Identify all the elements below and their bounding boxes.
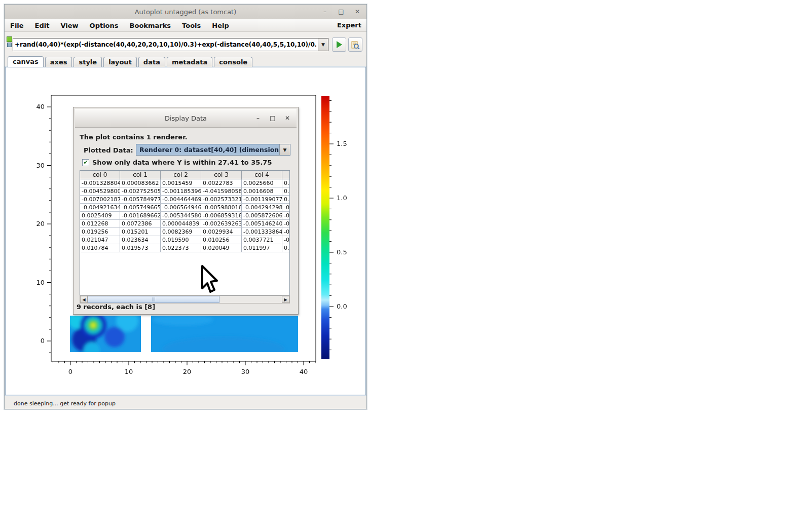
tab-layout[interactable]: layout — [103, 57, 137, 67]
dialog-close-icon[interactable]: ✕ — [284, 115, 290, 122]
table-cell[interactable]: -0.0 — [282, 212, 290, 220]
table-cell[interactable]: 0.00 — [282, 179, 290, 187]
table-cell[interactable]: -0.0 — [282, 228, 290, 236]
table-cell[interactable]: -0.001333864... — [242, 228, 282, 236]
menu-file[interactable]: File — [5, 22, 29, 29]
filter-checkbox[interactable]: ✔ — [82, 159, 89, 166]
table-cell[interactable]: 0.000083662 — [120, 179, 161, 187]
table-row[interactable]: -0.004529800...-0.002752505...-0.0011853… — [80, 187, 290, 196]
table-cell[interactable]: 0.00 — [282, 196, 290, 204]
dialog-titlebar[interactable]: Display Data – □ ✕ — [75, 109, 297, 128]
table-cell[interactable]: -0.0 — [282, 220, 290, 228]
table-cell[interactable]: -0.004529800... — [80, 187, 120, 196]
expert-menu[interactable]: Expert — [337, 21, 361, 29]
table-cell[interactable]: -0.0 — [282, 236, 290, 244]
table-cell[interactable]: -0.001689662... — [120, 212, 161, 220]
table-row[interactable]: -0.001328804...0.0000836620.00154590.002… — [80, 179, 290, 187]
menu-bookmarks[interactable]: Bookmarks — [124, 22, 177, 29]
column-header[interactable]: col 1 — [120, 171, 161, 179]
table-row[interactable]: 0.0210470.0236340.0195900.0102560.003772… — [80, 236, 290, 244]
table-cell[interactable]: -0.005749665... — [120, 204, 161, 212]
dialog-maximize-icon[interactable]: □ — [270, 115, 276, 122]
close-icon[interactable]: ✕ — [353, 8, 361, 15]
renderer-select[interactable]: Renderer 0: dataset[40,40] (dimension...… — [136, 144, 290, 156]
table-cell[interactable]: 0.022373 — [161, 244, 201, 252]
tab-metadata[interactable]: metadata — [167, 57, 212, 67]
table-cell[interactable]: 0.0025660 — [242, 179, 282, 187]
scroll-right-icon[interactable]: ▶ — [282, 296, 289, 303]
table-cell[interactable]: -0.0 — [282, 204, 290, 212]
table-cell[interactable]: 0.000044839 — [161, 220, 201, 228]
table-cell[interactable]: 0.019256 — [80, 228, 120, 236]
table-cell[interactable]: 0.0015459 — [161, 179, 201, 187]
table-cell[interactable]: 0.0072386 — [120, 220, 161, 228]
tab-axes[interactable]: axes — [45, 57, 72, 67]
table-cell[interactable]: -0.001328804... — [80, 179, 120, 187]
maximize-icon[interactable]: □ — [337, 8, 345, 15]
table-cell[interactable]: 0.0037721 — [242, 236, 282, 244]
table-cell[interactable]: -0.004294298... — [242, 204, 282, 212]
uri-input[interactable] — [13, 39, 318, 51]
table-cell[interactable]: 0.0082369 — [161, 228, 201, 236]
table-cell[interactable]: -0.005872606... — [242, 212, 282, 220]
table-cell[interactable]: 0.0016608 — [242, 187, 282, 196]
table-cell[interactable]: -0.001199077... — [242, 196, 282, 204]
table-cell[interactable]: 0.0025409 — [80, 212, 120, 220]
horizontal-scrollbar[interactable]: ◀ ▶ — [80, 295, 290, 303]
table-cell[interactable]: 0.00 — [282, 187, 290, 196]
table-cell[interactable]: 0.011997 — [242, 244, 282, 252]
table-cell[interactable]: 0.019590 — [161, 236, 201, 244]
column-header[interactable]: col 2 — [161, 171, 201, 179]
tab-style[interactable]: style — [73, 57, 102, 67]
table-row[interactable]: 0.0122680.00723860.000044839-0.002639263… — [80, 220, 290, 228]
table-cell[interactable]: 0.023634 — [120, 236, 161, 244]
tab-data[interactable]: data — [138, 57, 165, 67]
go-button[interactable] — [332, 37, 346, 52]
column-header[interactable]: col 0 — [80, 171, 120, 179]
table-cell[interactable]: 0.019573 — [120, 244, 161, 252]
tab-canvas[interactable]: canvas — [8, 56, 44, 67]
table-cell[interactable]: -0.005344580... — [161, 212, 201, 220]
column-header[interactable]: col 3 — [201, 171, 242, 179]
table-cell[interactable]: 0.0029934 — [201, 228, 242, 236]
table-row[interactable]: -0.007002187...-0.005784977...-0.0044644… — [80, 196, 290, 204]
table-row[interactable]: -0.004921634...-0.005749665...-0.0065649… — [80, 204, 290, 212]
menu-help[interactable]: Help — [206, 22, 234, 29]
table-cell[interactable]: 0.021047 — [80, 236, 120, 244]
table-cell[interactable]: -0.002573321... — [201, 196, 242, 204]
data-table-scrollpane[interactable]: col 0col 1col 2col 3col 4 -0.001328804..… — [80, 170, 290, 295]
menu-view[interactable]: View — [55, 22, 84, 29]
table-row[interactable]: 0.0192560.0152010.00823690.0029934-0.001… — [80, 228, 290, 236]
table-cell[interactable]: 0.010256 — [201, 236, 242, 244]
table-cell[interactable]: -0.004921634... — [80, 204, 120, 212]
scrollbar-track[interactable] — [88, 296, 282, 303]
minimize-icon[interactable]: – — [321, 8, 329, 15]
table-cell[interactable]: -4.041598058... — [201, 187, 242, 196]
table-cell[interactable]: 0.020049 — [201, 244, 242, 252]
menu-options[interactable]: Options — [84, 22, 124, 29]
table-cell[interactable]: 0.015201 — [120, 228, 161, 236]
uri-dropdown-icon[interactable]: ▼ — [318, 39, 328, 51]
menu-tools[interactable]: Tools — [176, 22, 206, 29]
table-cell[interactable]: -0.006859316... — [201, 212, 242, 220]
tab-console[interactable]: console — [214, 57, 252, 67]
column-header[interactable]: col 4 — [242, 171, 282, 179]
scrollbar-thumb[interactable] — [88, 296, 219, 303]
table-cell[interactable]: 0.012268 — [80, 220, 120, 228]
table-cell[interactable]: -0.005784977... — [120, 196, 161, 204]
table-cell[interactable]: -0.005146240... — [242, 220, 282, 228]
table-cell[interactable]: 0.00 — [282, 244, 290, 252]
table-cell[interactable]: -0.002639263... — [201, 220, 242, 228]
table-cell[interactable]: -0.004464469... — [161, 196, 201, 204]
dialog-minimize-icon[interactable]: – — [255, 115, 261, 122]
plot-canvas[interactable]: 0102030400102030400.00.51.01.5 Display D… — [5, 67, 366, 395]
window-titlebar[interactable]: Autoplot untagged (as tomcat) – □ ✕ — [5, 5, 366, 19]
table-row[interactable]: 0.0025409-0.001689662...-0.005344580...-… — [80, 212, 290, 220]
table-cell[interactable]: -0.006564946... — [161, 204, 201, 212]
column-header[interactable] — [282, 171, 290, 179]
inspect-uri-button[interactable] — [348, 37, 362, 52]
menu-edit[interactable]: Edit — [29, 22, 55, 29]
table-cell[interactable]: -0.005988016... — [201, 204, 242, 212]
table-cell[interactable]: 0.010784 — [80, 244, 120, 252]
table-cell[interactable]: -0.007002187... — [80, 196, 120, 204]
